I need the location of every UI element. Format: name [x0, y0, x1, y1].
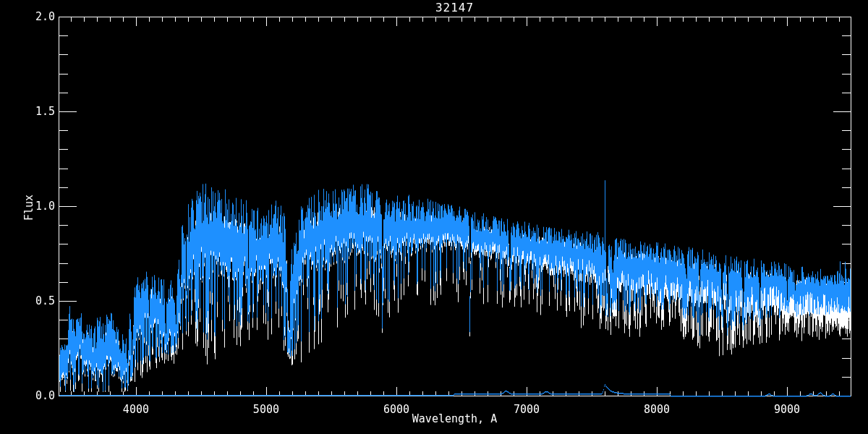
x-tick-label: 4000: [107, 403, 165, 416]
x-tick-label: 8000: [628, 403, 686, 416]
x-tick-label: 7000: [498, 403, 556, 416]
y-tick-label: 1.5: [1, 105, 55, 118]
y-tick-label: 0.0: [1, 389, 55, 402]
y-tick-label: 1.0: [1, 200, 55, 213]
x-tick-label: 6000: [367, 403, 425, 416]
spectrum-plot-window: 32147 Wavelength, A Flux 400050006000700…: [0, 0, 868, 434]
x-tick-label: 9000: [758, 403, 816, 416]
y-tick-label: 2.0: [1, 10, 55, 23]
x-axis-label: Wavelength, A: [59, 412, 851, 425]
y-tick-label: 0.5: [1, 294, 55, 307]
x-tick-label: 5000: [237, 403, 295, 416]
spectrum-plot-canvas: [0, 0, 868, 434]
plot-title: 32147: [59, 1, 851, 14]
